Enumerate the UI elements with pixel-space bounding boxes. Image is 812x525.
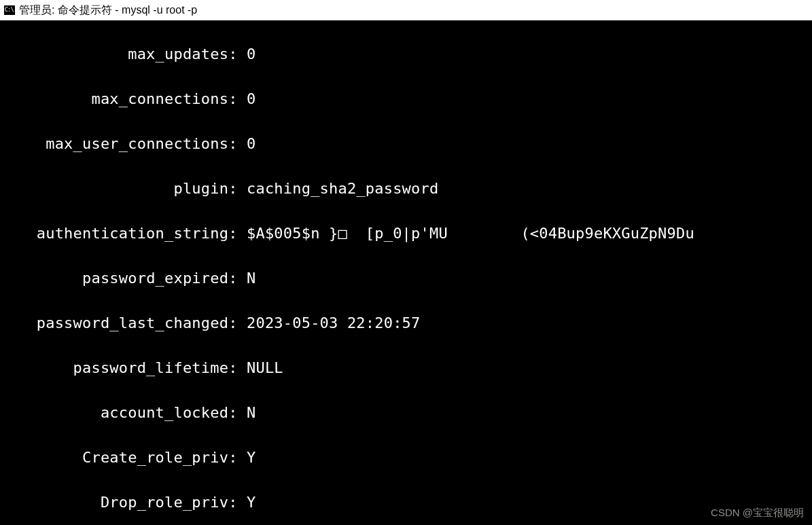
field-row: max_updates: 0: [0, 43, 812, 65]
field-row: password_lifetime: NULL: [0, 357, 812, 379]
field-row: max_connections: 0: [0, 88, 812, 110]
field-row: max_user_connections: 0: [0, 132, 812, 155]
field-row: password_expired: N: [0, 267, 812, 289]
field-row: account_locked: N: [0, 401, 812, 424]
field-row: password_last_changed: 2023-05-03 22:20:…: [0, 312, 812, 334]
field-row: authentication_string: $A$005$n }□ [p_0|…: [0, 222, 812, 245]
field-row: plugin: caching_sha2_password: [0, 177, 812, 200]
field-row: Drop_role_priv: Y: [0, 491, 812, 513]
field-row: Create_role_priv: Y: [0, 446, 812, 469]
window-title: 管理员: 命令提示符 - mysql -u root -p: [19, 3, 197, 18]
cmd-icon: C:\.: [4, 5, 15, 15]
watermark: CSDN @宝宝很聪明: [711, 507, 804, 520]
window-titlebar[interactable]: C:\. 管理员: 命令提示符 - mysql -u root -p: [0, 0, 812, 20]
terminal-output[interactable]: max_updates: 0 max_connections: 0 max_us…: [0, 20, 812, 525]
